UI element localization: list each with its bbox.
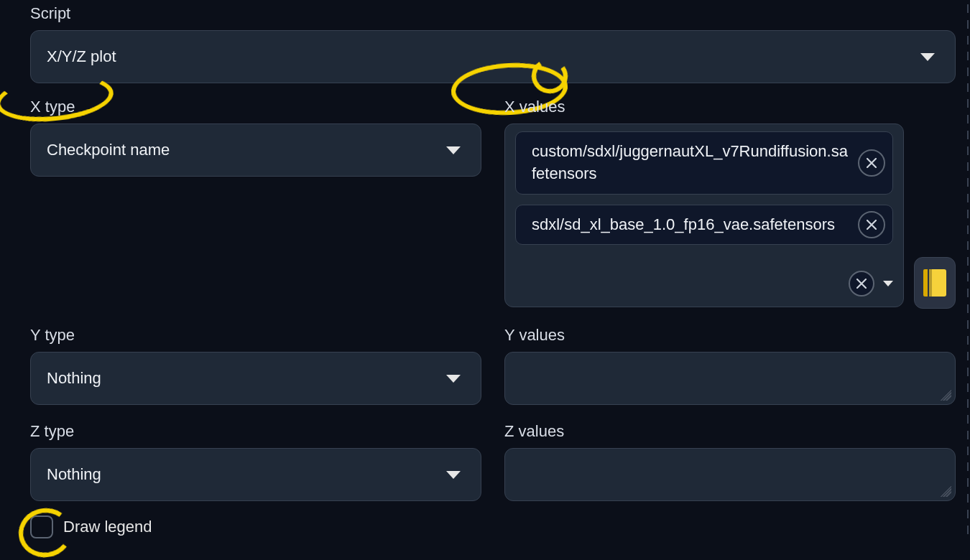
script-select[interactable]: X/Y/Z plot: [30, 30, 956, 83]
script-label: Script: [30, 4, 956, 23]
draw-legend-checkbox[interactable]: [30, 515, 53, 538]
x-row: X type Checkpoint name X values custom/s…: [30, 93, 956, 309]
chevron-down-icon: [920, 53, 935, 61]
xyz-plot-panel: Script X/Y/Z plot X type Checkpoint name…: [0, 4, 970, 538]
script-select-value: X/Y/Z plot: [47, 47, 116, 66]
remove-token-button[interactable]: [858, 211, 885, 238]
chevron-down-icon: [446, 471, 461, 479]
x-values-token[interactable]: custom/sdxl/juggernautXL_v7Rundiffusion.…: [515, 131, 893, 195]
x-type-label: X type: [30, 98, 481, 116]
z-type-select-value: Nothing: [47, 465, 101, 484]
z-row: Z type Nothing Z values: [30, 418, 956, 501]
x-values-token[interactable]: sdxl/sd_xl_base_1.0_fp16_vae.safetensors: [515, 205, 893, 246]
close-icon: [867, 158, 877, 168]
y-values-textarea[interactable]: [504, 352, 956, 405]
z-values-label: Z values: [504, 422, 956, 441]
y-row: Y type Nothing Y values: [30, 322, 956, 405]
chevron-down-icon: [446, 375, 461, 383]
x-values-footer: [515, 268, 893, 297]
close-icon: [867, 220, 877, 230]
y-type-select-value: Nothing: [47, 369, 101, 388]
script-section: Script X/Y/Z plot: [30, 4, 956, 83]
right-separator: [967, 4, 969, 538]
x-type-select-value: Checkpoint name: [47, 141, 170, 159]
y-type-select[interactable]: Nothing: [30, 352, 481, 405]
chevron-down-icon: [446, 146, 461, 154]
book-icon: [923, 269, 946, 297]
x-type-select[interactable]: Checkpoint name: [30, 123, 481, 177]
close-icon: [856, 279, 867, 289]
draw-legend-row: Draw legend: [30, 515, 956, 538]
x-values-label: X values: [504, 98, 956, 116]
y-type-label: Y type: [30, 326, 481, 345]
y-values-label: Y values: [504, 326, 956, 345]
chevron-down-icon[interactable]: [883, 281, 893, 286]
clear-all-tokens-button[interactable]: [849, 271, 874, 297]
x-values-token-text: custom/sdxl/juggernautXL_v7Rundiffusion.…: [532, 142, 848, 182]
remove-token-button[interactable]: [858, 149, 885, 177]
z-values-textarea[interactable]: [504, 448, 956, 501]
x-values-token-box[interactable]: custom/sdxl/juggernautXL_v7Rundiffusion.…: [504, 123, 904, 307]
z-type-select[interactable]: Nothing: [30, 448, 481, 501]
x-values-token-text: sdxl/sd_xl_base_1.0_fp16_vae.safetensors: [532, 215, 835, 233]
z-type-label: Z type: [30, 422, 481, 441]
x-values-preset-button[interactable]: [914, 257, 956, 309]
draw-legend-label: Draw legend: [63, 518, 152, 536]
